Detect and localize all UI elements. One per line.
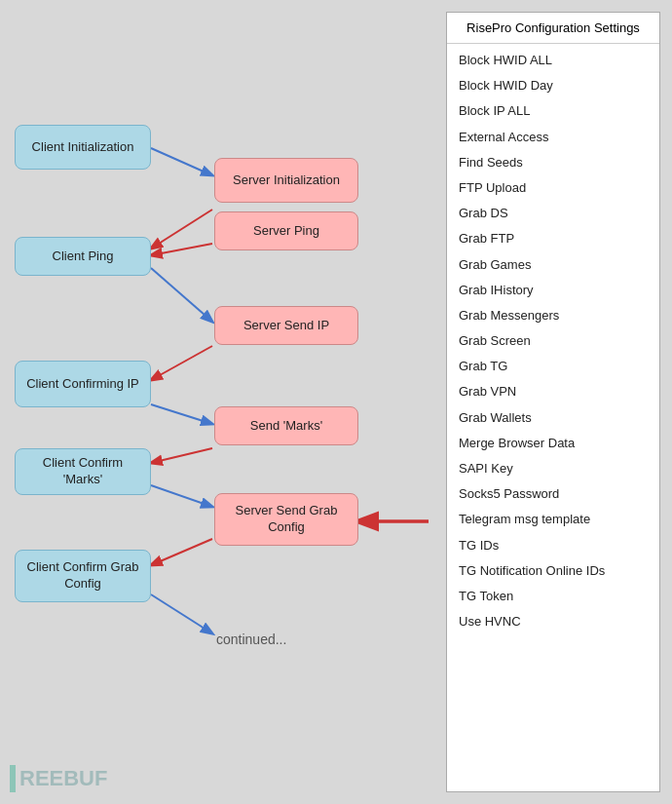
config-item: TG Notification Online IDs — [447, 558, 659, 584]
config-item: Use HVNC — [447, 609, 659, 634]
svg-line-7 — [151, 485, 212, 507]
client-ping-node: Client Ping — [15, 237, 151, 276]
svg-line-3 — [151, 268, 212, 322]
svg-line-4 — [151, 346, 212, 380]
config-item: Grab TG — [447, 354, 659, 379]
client-confirming-ip-node: Client Confirming IP — [15, 361, 151, 407]
config-item: Grab Games — [447, 252, 659, 278]
svg-line-5 — [151, 404, 212, 424]
config-item: Grab Wallets — [447, 405, 659, 431]
main-container: Client Initialization Server Initializat… — [0, 0, 672, 804]
svg-line-0 — [151, 148, 212, 175]
config-item: Grab VPN — [447, 379, 659, 404]
config-panel-title: RisePro Configuration Settings — [447, 13, 659, 44]
send-marks-node: Send 'Marks' — [214, 406, 358, 445]
server-initialization-node: Server Initialization — [214, 158, 358, 203]
watermark: REEBUF — [10, 765, 107, 792]
config-item: Grab FTP — [447, 226, 659, 251]
client-confirm-grab-config-node: Client Confirm Grab Config — [15, 550, 151, 602]
config-item: Grab Messengers — [447, 303, 659, 328]
client-initialization-node: Client Initialization — [15, 125, 151, 170]
svg-line-10 — [151, 594, 212, 633]
config-item: TG Token — [447, 584, 659, 609]
config-item: Block HWID Day — [447, 73, 659, 98]
config-item: Socks5 Password — [447, 481, 659, 507]
server-ping-node: Server Ping — [214, 211, 358, 250]
config-panel: RisePro Configuration Settings Block HWI… — [446, 12, 660, 792]
config-panel-list: Block HWID ALLBlock HWID DayBlock IP ALL… — [447, 44, 659, 791]
continued-label: continued... — [216, 632, 286, 647]
client-confirm-marks-node: Client Confirm 'Marks' — [15, 448, 151, 495]
config-item: Block IP ALL — [447, 98, 659, 124]
config-item: Find Seeds — [447, 150, 659, 175]
config-item: SAPI Key — [447, 456, 659, 481]
server-send-ip-node: Server Send IP — [214, 306, 358, 345]
config-item: Grab Screen — [447, 328, 659, 354]
diagram-area: Client Initialization Server Initializat… — [0, 0, 446, 804]
config-item: Telegram msg template — [447, 507, 659, 532]
server-send-grab-config-node: Server Send Grab Config — [214, 493, 358, 546]
config-item: TG IDs — [447, 533, 659, 558]
config-item: External Access — [447, 125, 659, 150]
config-item: FTP Upload — [447, 175, 659, 201]
svg-line-1 — [151, 210, 212, 249]
svg-line-9 — [151, 539, 212, 565]
config-item: Grab DS — [447, 201, 659, 226]
config-item: Merge Browser Data — [447, 431, 659, 456]
svg-line-6 — [151, 448, 212, 463]
config-item: Grab IHistory — [447, 278, 659, 303]
svg-line-2 — [151, 244, 212, 255]
config-item: Block HWID ALL — [447, 48, 659, 73]
